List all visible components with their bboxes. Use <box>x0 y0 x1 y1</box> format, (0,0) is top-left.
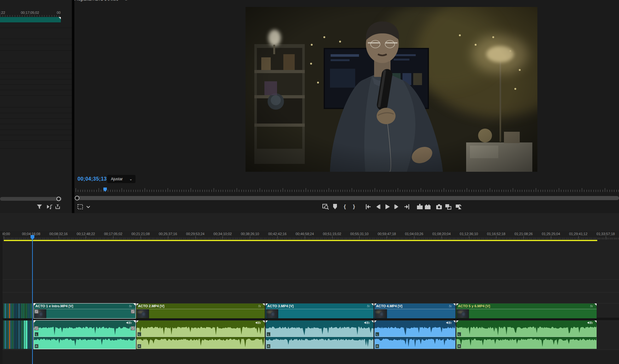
panel-divider[interactable] <box>72 0 74 213</box>
trim-corner[interactable] <box>594 321 597 323</box>
video-clip[interactable]: ACTO 5 y 6.MP4 [V]fx <box>456 303 597 318</box>
ruler-tick <box>253 190 253 192</box>
trim-corner[interactable] <box>374 303 377 306</box>
export-frame-button[interactable] <box>435 203 443 211</box>
comparison-view-button[interactable] <box>322 203 329 211</box>
audio-clip[interactable]: fxLR <box>266 321 373 349</box>
program-zoom-scrollbar-knob[interactable] <box>75 196 79 200</box>
mini-clips-video[interactable] <box>0 303 35 318</box>
fx-badge[interactable]: fx <box>367 304 370 308</box>
ruler-tick <box>213 238 213 240</box>
trim-corner[interactable] <box>136 321 139 323</box>
ruler-tick <box>332 236 333 240</box>
gain-handle[interactable] <box>131 326 135 330</box>
panel-menu-icon[interactable]: ≡ <box>125 0 127 2</box>
export-icon[interactable] <box>54 203 61 210</box>
trim-corner[interactable] <box>456 303 459 306</box>
ruler-tick <box>266 238 267 240</box>
insert-button[interactable] <box>444 203 452 211</box>
mini-clips-audio[interactable] <box>0 321 35 349</box>
fade-handle[interactable] <box>131 309 135 314</box>
trim-corner[interactable] <box>133 321 136 323</box>
mark-out-button[interactable]: } <box>350 203 358 211</box>
trim-corner[interactable] <box>266 321 268 323</box>
ruler-tick <box>388 238 389 240</box>
ruler-tick <box>84 238 85 240</box>
trim-corner[interactable] <box>133 303 136 306</box>
current-timecode[interactable]: 00;04;35;13 <box>78 176 107 182</box>
source-hscrollbar[interactable] <box>0 197 62 201</box>
filter-icon[interactable] <box>36 203 43 210</box>
step-forward-button[interactable] <box>393 203 400 211</box>
ruler-tick <box>188 238 189 240</box>
gain-handle[interactable] <box>34 326 38 330</box>
trim-corner[interactable] <box>266 303 268 306</box>
fx-badge[interactable]: fx <box>449 304 452 308</box>
mark-in-button[interactable]: { <box>341 203 349 211</box>
trim-corner[interactable] <box>374 321 377 323</box>
safe-margins-grid-icon[interactable] <box>77 203 84 211</box>
audio-clip[interactable]: fxLR <box>34 321 136 349</box>
clip-name: ACTO 2.MP4 [V] <box>138 304 165 308</box>
ruler-tick <box>216 190 216 192</box>
trim-corner[interactable] <box>453 303 455 306</box>
chevron-down-icon[interactable] <box>84 203 92 211</box>
trim-corner[interactable] <box>34 321 36 323</box>
ruler-tick <box>518 238 518 240</box>
ruler-tick <box>175 190 175 192</box>
ruler-tick <box>173 238 174 240</box>
ruler-tick <box>543 238 543 240</box>
ruler-tick <box>558 238 558 240</box>
ruler-tick <box>329 188 329 192</box>
lift-button[interactable] <box>416 203 424 211</box>
trim-corner[interactable] <box>453 321 455 323</box>
program-zoom-scrollbar[interactable] <box>75 196 619 200</box>
video-clip[interactable]: ACTO 2.MP4 [V]fx <box>136 303 265 318</box>
timeline-ruler[interactable]: ;00;0000;04;16;0800;08;32;1600;12;48;220… <box>0 231 619 240</box>
ruler-tick <box>277 236 278 240</box>
audition-play-icon[interactable] <box>46 203 53 210</box>
trim-corner[interactable] <box>371 321 373 323</box>
trim-corner[interactable] <box>34 303 36 306</box>
fx-badge[interactable]: fx <box>129 304 132 308</box>
ruler-tick <box>4 236 4 240</box>
trim-corner[interactable] <box>263 303 265 306</box>
ruler-tick <box>225 238 226 240</box>
overwrite-button[interactable] <box>455 203 462 211</box>
go-to-out-button[interactable] <box>403 203 410 211</box>
trim-corner[interactable] <box>371 303 373 306</box>
ruler-tick <box>484 238 484 240</box>
audio-clip[interactable]: fxLR <box>374 321 455 349</box>
program-tab[interactable]: Programa: ACTO 1 e Intro ≡ <box>74 0 207 3</box>
trim-corner[interactable] <box>594 303 597 306</box>
ruler-tick <box>125 238 126 240</box>
audio-clip[interactable]: fxLR <box>456 321 597 349</box>
trim-corner[interactable] <box>136 303 139 306</box>
source-clip-bar[interactable] <box>0 17 61 22</box>
clip-titlebar: ACTO 3.MP4 [V]fx <box>266 303 373 309</box>
ruler-tick <box>448 238 449 240</box>
source-hscrollbar-knob[interactable] <box>56 197 61 201</box>
zoom-level-select[interactable]: Ajustar ⌄ <box>107 175 136 183</box>
add-marker-button[interactable] <box>331 203 339 211</box>
audio-clip[interactable]: fxLR <box>136 321 265 349</box>
video-clip[interactable]: ACTO 4.MP4 [V]fx <box>374 303 455 318</box>
ruler-tick <box>71 238 71 240</box>
extract-button[interactable] <box>424 203 431 211</box>
timeline-playhead-line[interactable] <box>32 235 33 364</box>
trim-corner[interactable] <box>263 321 265 323</box>
fx-badge[interactable]: fx <box>258 304 261 308</box>
play-button[interactable] <box>384 203 391 211</box>
program-mini-ruler[interactable] <box>74 187 619 192</box>
ruler-tick <box>584 238 584 240</box>
empty-audio-track[interactable] <box>0 350 619 364</box>
ruler-tick <box>217 238 217 240</box>
go-to-in-button[interactable] <box>365 203 372 211</box>
fx-badge[interactable]: fx <box>590 304 593 308</box>
step-back-button[interactable] <box>374 203 382 211</box>
video-clip[interactable]: ACTO 3.MP4 [V]fx <box>266 303 373 318</box>
ruler-tick <box>550 238 550 240</box>
video-clip[interactable]: ACTO 1 e Intro.MP4 [V]fx <box>34 303 136 318</box>
fade-handle[interactable] <box>34 309 38 314</box>
trim-corner[interactable] <box>456 321 459 323</box>
